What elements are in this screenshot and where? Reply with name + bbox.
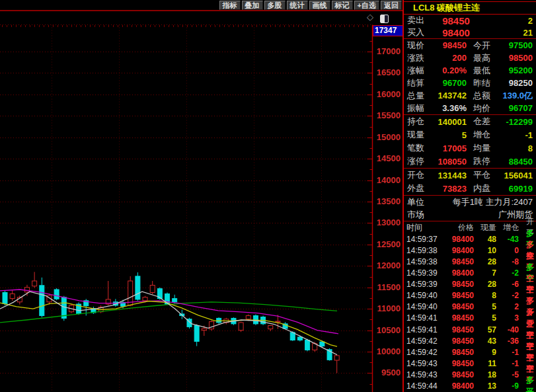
tick-row[interactable]: 14:59:389845028-8空平 [404,256,536,267]
stat-row: 结算96700昨结98250 [404,77,536,89]
stat-label: 现量 [407,129,430,141]
tick-header-cell: 时间 [404,222,442,233]
book-price: 98400 [430,27,482,38]
tick-row[interactable]: 14:59:429845043-36空平 [404,335,536,346]
quote-stats: 现价98450今开97500涨跌200最高98500涨幅0.20%最低95200… [404,39,536,196]
axis-tick-label: 15000 [371,132,401,143]
axis-tick-label: 10500 [371,325,401,336]
candle-down [3,293,7,304]
tick-row[interactable]: 14:59:3898400100多换 [404,245,536,256]
tick-price: 98400 [442,381,474,391]
stat-label: 平仓 [473,169,496,181]
tick-open-interest: -9 [496,381,519,391]
tick-time: 14:59:43 [404,359,442,368]
candle-up [239,323,243,331]
tick-row[interactable]: 14:59:39984007-2多平 [404,267,536,278]
stat-value: 3.36% [430,103,467,113]
tick-price: 98450 [442,348,474,357]
tick-price: 98400 [442,268,474,278]
tick-time: 14:59:39 [404,280,442,289]
stat-row: 持仓140001仓差-12299 [404,115,536,128]
tick-volume: 5 [474,313,496,323]
axis-tick-label: 12500 [371,239,401,250]
tick-row[interactable]: 14:59:40984508-2空平 [404,290,536,301]
tick-time: 14:59:37 [404,235,442,244]
tick-open-interest: -2 [496,268,519,278]
ask-row[interactable]: 卖出984502 [404,15,536,26]
tick-row[interactable]: 14:59:439845018-5空平 [404,370,536,381]
tick-price: 98450 [442,257,474,266]
candle-up [276,321,280,322]
axis-tick-label: 11500 [371,282,401,293]
axis-tick-label: 16500 [371,67,401,78]
tick-row[interactable]: 14:59:399845028-6空平 [404,279,536,290]
meta-row: 市场广州期货 [404,208,536,221]
tick-volume: 11 [474,359,496,368]
tick-row[interactable]: 14:59:449840013-9多平 [404,381,536,392]
stat-value: 17005 [430,143,467,153]
tick-price: 98450 [442,370,474,379]
tick-time: 14:59:40 [404,302,442,311]
stat-value: 98450 [430,40,467,50]
stat-row: 涨停108050跌停88450 [404,155,536,168]
stat-value: 0.20% [430,65,467,75]
tick-price: 98450 [442,359,474,368]
stat-value: 131443 [430,171,467,180]
tick-row[interactable]: 14:59:439845011-1空平 [404,358,536,369]
tick-row[interactable]: 14:59:409845052多开 [404,301,536,313]
tick-price: 98400 [442,235,474,244]
tick-time: 14:59:39 [404,268,442,278]
tick-open-interest: -6 [496,280,519,289]
stat-value: 5 [430,130,467,140]
stat-row: 涨幅0.20%最低95200 [404,64,536,77]
stat-label: 笔数 [407,142,430,154]
candle-down [172,299,177,302]
tick-volume: 28 [474,257,496,266]
stat-label: 均价 [473,102,496,114]
stat-value: 98500 [496,53,533,63]
tick-row[interactable]: 14:59:419845053多开 [404,313,536,324]
tick-volume: 18 [474,370,496,379]
tick-volume: 13 [474,381,496,391]
tick-table-header: 时间价格现量增仓开平 [404,221,536,233]
tick-price: 98450 [442,336,474,346]
tick-header-cell: 增仓 [496,222,519,233]
stat-row: 振幅3.36%均价96707 [404,102,536,114]
tick-row[interactable]: 14:59:379840048-43多平 [404,233,536,245]
tick-volume: 5 [474,302,496,311]
tick-time: 14:59:38 [404,246,442,255]
stat-value: 108050 [430,157,467,167]
axis-tick-label: 11000 [371,303,401,314]
stat-value: 98250 [496,78,533,88]
candle-up [246,316,250,319]
tick-volume: 10 [474,246,496,255]
axis-tick-label: 17000 [371,46,401,57]
tick-open-interest: -36 [496,336,519,346]
tick-volume: 9 [474,348,496,357]
bid-row[interactable]: 买入9840021 [404,26,536,38]
tick-row[interactable]: 14:59:419845057-40空平 [404,324,536,335]
tick-row[interactable]: 14:59:42984509-1空平 [404,346,536,358]
axis-tick-label: 9500 [371,368,401,378]
window-layout-icon[interactable] [380,15,389,23]
stat-value: 139.0亿 [496,90,533,102]
book-qty: 21 [506,28,533,38]
candle-up [202,329,206,331]
candle-down [135,276,140,299]
tick-open-interest: -2 [496,291,519,300]
tick-price: 98450 [442,325,474,334]
tick-volume: 28 [474,280,496,289]
tick-open-interest: -1 [496,348,519,357]
stat-label: 最低 [473,65,496,77]
tick-price: 98450 [442,280,474,289]
stat-label: 均量 [473,142,496,154]
diamond-marker-icon[interactable]: ◇ [367,13,373,21]
tick-price: 98450 [442,302,474,311]
tick-time: 14:59:41 [404,313,442,323]
tick-time: 14:59:44 [404,381,442,391]
candle-down [320,342,325,346]
axis-tick-label: 13000 [371,217,401,228]
stat-value: 95200 [496,65,533,75]
candle-up [24,288,29,292]
order-book: 卖出984502买入9840021 [404,15,536,38]
